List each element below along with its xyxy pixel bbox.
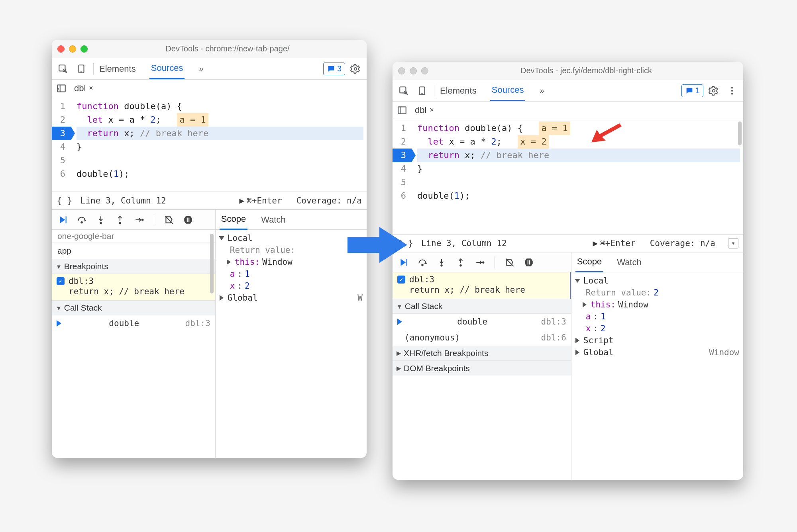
stack-frame[interactable]: double dbl:3 [52, 315, 215, 331]
clipped-row[interactable]: one-google-bar [52, 230, 215, 243]
step-out-icon[interactable] [114, 214, 126, 226]
navigator-icon[interactable] [55, 80, 68, 96]
svg-point-14 [713, 89, 715, 92]
scope-tree[interactable]: Local Return value: 2 this: Window a: 1 … [571, 272, 743, 361]
breakpoint-marker[interactable]: 3 [52, 127, 71, 140]
resume-icon[interactable] [57, 214, 69, 226]
file-tab-label: dbl [415, 105, 426, 115]
settings-icon[interactable] [347, 61, 363, 77]
annotation-red-arrow-icon [588, 121, 624, 145]
settings-icon[interactable] [706, 83, 722, 99]
scope-tree[interactable]: Local Return value: this: Window a: 1 x:… [216, 230, 367, 306]
minimize-icon[interactable] [69, 45, 76, 53]
maximize-icon[interactable] [80, 45, 88, 53]
close-tab-icon[interactable]: × [430, 106, 434, 114]
breakpoint-marker[interactable]: 3 [393, 149, 412, 162]
run-hint: ⌘+Enter [247, 196, 282, 205]
svg-rect-26 [529, 260, 530, 264]
step-over-icon[interactable] [76, 214, 88, 226]
code-body[interactable]: function double(a) { a = 1 let x = a * 2… [414, 119, 743, 234]
main-toolbar: Elements Sources » 3 [52, 58, 367, 80]
step-over-icon[interactable] [416, 256, 428, 268]
titlebar: DevTools - chrome://new-tab-page/ [52, 40, 367, 58]
debugger-toolbar [52, 210, 215, 230]
issues-badge[interactable]: 1 [681, 84, 703, 97]
annotation-blue-arrow-icon [347, 223, 407, 267]
stack-frame[interactable]: double dbl:3 [393, 314, 571, 330]
code-editor[interactable]: 1 2 3 4 5 6 function double(a) { a = 1 l… [393, 119, 743, 235]
tab-scope[interactable]: Scope [575, 252, 603, 272]
breakpoint-entry[interactable]: ✓dbl:3 return x; // break here [393, 272, 571, 299]
tab-scope[interactable]: Scope [220, 209, 247, 230]
svg-rect-18 [398, 107, 406, 113]
tab-elements[interactable]: Elements [438, 81, 478, 101]
file-tab-dbl[interactable]: dbl × [72, 81, 96, 96]
step-icon[interactable] [474, 256, 486, 268]
close-icon[interactable] [398, 67, 405, 74]
tab-elements[interactable]: Elements [98, 59, 137, 79]
close-icon[interactable] [57, 45, 65, 53]
code-body[interactable]: function double(a) { let x = a * 2; a = … [73, 97, 367, 192]
more-tabs-icon[interactable]: » [196, 64, 206, 73]
run-icon[interactable]: ▶ [239, 196, 244, 205]
step-into-icon[interactable] [436, 256, 448, 268]
cursor-position: Line 3, Column 12 [80, 196, 166, 205]
checkbox-icon[interactable]: ✓ [397, 276, 405, 284]
tab-sources[interactable]: Sources [149, 58, 185, 79]
inspect-icon[interactable] [396, 83, 412, 99]
step-out-icon[interactable] [455, 256, 467, 268]
code-editor[interactable]: 1 2 3 4 5 6 function double(a) { let x =… [52, 97, 367, 192]
svg-point-21 [441, 264, 442, 266]
more-tabs-icon[interactable]: » [537, 86, 546, 95]
svg-point-23 [483, 262, 484, 263]
deactivate-breakpoints-icon[interactable] [504, 256, 516, 268]
line-gutter[interactable]: 1 2 3 4 5 6 [393, 119, 414, 234]
device-icon[interactable] [73, 61, 89, 77]
cursor-position: Line 3, Column 12 [421, 239, 507, 248]
svg-point-17 [731, 93, 733, 94]
breakpoint-entry[interactable]: ✓dbl:3 return x; // break here [52, 274, 215, 300]
window-title: DevTools - chrome://new-tab-page/ [94, 44, 361, 53]
svg-point-2 [354, 67, 357, 70]
deactivate-breakpoints-icon[interactable] [163, 214, 175, 226]
callstack-section[interactable]: ▼Call Stack [52, 300, 215, 315]
issues-badge[interactable]: 3 [323, 63, 345, 75]
run-icon[interactable]: ▶ [593, 239, 598, 248]
breakpoints-section[interactable]: ▼Breakpoints [52, 259, 215, 274]
minimize-icon[interactable] [410, 67, 417, 74]
xhr-breakpoints-section[interactable]: ▶XHR/fetch Breakpoints [393, 346, 571, 361]
close-tab-icon[interactable]: × [89, 84, 93, 92]
inline-value: a = 1 [539, 121, 570, 135]
window-controls [57, 45, 88, 53]
debugger-left-pane: ✓dbl:3 return x; // break here ▼Call Sta… [393, 252, 571, 480]
sidebar-item-app[interactable]: app [52, 243, 215, 259]
tab-watch[interactable]: Watch [259, 210, 287, 229]
dom-breakpoints-section[interactable]: ▶DOM Breakpoints [393, 361, 571, 376]
titlebar: DevTools - jec.fyi/demo/dbl-right-click [393, 62, 743, 80]
maximize-icon[interactable] [421, 67, 428, 74]
panel-toggle-icon[interactable]: ▾ [728, 238, 738, 248]
checkbox-icon[interactable]: ✓ [57, 277, 65, 285]
device-icon[interactable] [414, 83, 430, 99]
svg-point-20 [422, 264, 423, 265]
navigator-icon[interactable] [396, 102, 408, 118]
pause-exceptions-icon[interactable] [523, 256, 535, 268]
pause-exceptions-icon[interactable] [182, 214, 194, 226]
inspect-icon[interactable] [55, 61, 71, 77]
svg-marker-9 [184, 216, 192, 224]
pretty-print-icon[interactable]: { } [57, 196, 73, 205]
svg-point-8 [142, 219, 143, 220]
coverage-label: Coverage: n/a [650, 239, 715, 248]
kebab-icon[interactable] [724, 83, 740, 99]
stack-frame[interactable]: (anonymous) dbl:6 [393, 330, 571, 346]
file-tab-dbl[interactable]: dbl × [412, 103, 436, 118]
scrollbar[interactable] [738, 121, 742, 145]
scrollbar[interactable] [210, 234, 214, 293]
step-into-icon[interactable] [95, 214, 107, 226]
callstack-section[interactable]: ▼Call Stack [393, 299, 571, 314]
scope-watch-tabs: Scope Watch [216, 210, 367, 230]
tab-sources[interactable]: Sources [490, 80, 526, 101]
line-gutter[interactable]: 1 2 3 4 5 6 [52, 97, 73, 192]
step-icon[interactable] [133, 214, 145, 226]
tab-watch[interactable]: Watch [615, 253, 643, 272]
